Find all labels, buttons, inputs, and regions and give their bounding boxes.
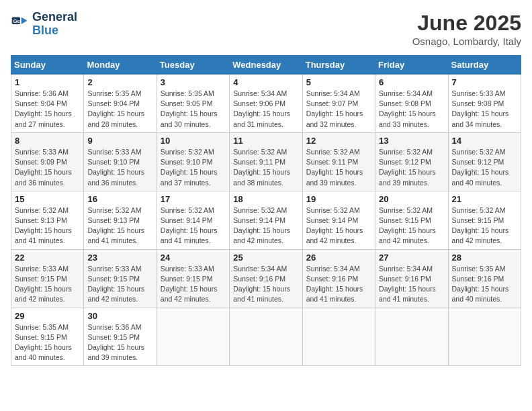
day-detail: Sunrise: 5:32 AM Sunset: 9:15 PM Dayligh… [452, 205, 517, 246]
day-number: 5 [306, 77, 371, 87]
day-number: 24 [161, 253, 226, 263]
day-number: 12 [306, 136, 371, 146]
logo-general: General [32, 10, 77, 24]
col-saturday: Saturday [448, 56, 521, 75]
day-number: 25 [233, 253, 298, 263]
month-title: June 2025 [412, 11, 521, 36]
day-number: 30 [87, 311, 152, 321]
day-detail: Sunrise: 5:32 AM Sunset: 9:11 PM Dayligh… [306, 147, 371, 188]
day-number: 3 [161, 77, 226, 87]
table-row [302, 308, 375, 366]
day-detail: Sunrise: 5:36 AM Sunset: 9:15 PM Dayligh… [87, 322, 152, 363]
table-row: 3 Sunrise: 5:35 AM Sunset: 9:05 PM Dayli… [157, 75, 229, 133]
day-detail: Sunrise: 5:33 AM Sunset: 9:09 PM Dayligh… [15, 147, 80, 188]
table-row: 18 Sunrise: 5:32 AM Sunset: 9:14 PM Dayl… [230, 191, 302, 249]
day-detail: Sunrise: 5:35 AM Sunset: 9:16 PM Dayligh… [452, 264, 517, 305]
day-number: 13 [379, 136, 444, 146]
day-detail: Sunrise: 5:35 AM Sunset: 9:05 PM Dayligh… [161, 89, 226, 130]
day-detail: Sunrise: 5:35 AM Sunset: 9:04 PM Dayligh… [87, 89, 152, 130]
day-number: 27 [379, 253, 444, 263]
table-row: 25 Sunrise: 5:34 AM Sunset: 9:16 PM Dayl… [230, 249, 302, 308]
table-row: 29 Sunrise: 5:35 AM Sunset: 9:15 PM Dayl… [11, 308, 84, 366]
day-detail: Sunrise: 5:32 AM Sunset: 9:14 PM Dayligh… [161, 205, 226, 246]
table-row: 21 Sunrise: 5:32 AM Sunset: 9:15 PM Dayl… [448, 191, 521, 249]
day-detail: Sunrise: 5:33 AM Sunset: 9:15 PM Dayligh… [15, 264, 80, 305]
table-row: 13 Sunrise: 5:32 AM Sunset: 9:12 PM Dayl… [375, 132, 448, 191]
day-detail: Sunrise: 5:33 AM Sunset: 9:08 PM Dayligh… [452, 89, 517, 130]
day-number: 10 [161, 136, 226, 146]
table-row: 1 Sunrise: 5:36 AM Sunset: 9:04 PM Dayli… [11, 75, 84, 133]
table-row: 8 Sunrise: 5:33 AM Sunset: 9:09 PM Dayli… [11, 132, 84, 191]
day-detail: Sunrise: 5:32 AM Sunset: 9:13 PM Dayligh… [15, 205, 80, 246]
svg-marker-2 [21, 17, 28, 24]
day-detail: Sunrise: 5:32 AM Sunset: 9:10 PM Dayligh… [161, 147, 226, 188]
table-row: 12 Sunrise: 5:32 AM Sunset: 9:11 PM Dayl… [302, 132, 375, 191]
table-row [157, 308, 229, 366]
calendar-header-row: Sunday Monday Tuesday Wednesday Thursday… [11, 56, 521, 75]
table-row: 11 Sunrise: 5:32 AM Sunset: 9:11 PM Dayl… [230, 132, 302, 191]
day-detail: Sunrise: 5:36 AM Sunset: 9:04 PM Dayligh… [15, 89, 80, 130]
table-row: 28 Sunrise: 5:35 AM Sunset: 9:16 PM Dayl… [448, 249, 521, 308]
day-number: 20 [379, 194, 444, 204]
logo-blue: Blue [32, 24, 58, 37]
logo-icon: Gen [11, 15, 30, 34]
page-header: Gen General Blue June 2025 Osnago, Lomba… [11, 11, 521, 47]
day-detail: Sunrise: 5:35 AM Sunset: 9:15 PM Dayligh… [15, 322, 80, 363]
table-row: 10 Sunrise: 5:32 AM Sunset: 9:10 PM Dayl… [157, 132, 229, 191]
day-detail: Sunrise: 5:32 AM Sunset: 9:11 PM Dayligh… [233, 147, 298, 188]
day-detail: Sunrise: 5:34 AM Sunset: 9:07 PM Dayligh… [306, 89, 371, 130]
table-row: 16 Sunrise: 5:32 AM Sunset: 9:13 PM Dayl… [84, 191, 157, 249]
day-detail: Sunrise: 5:32 AM Sunset: 9:13 PM Dayligh… [87, 205, 152, 246]
calendar-week-row: 15 Sunrise: 5:32 AM Sunset: 9:13 PM Dayl… [11, 191, 521, 249]
day-number: 1 [15, 77, 80, 87]
day-number: 7 [452, 77, 517, 87]
day-detail: Sunrise: 5:34 AM Sunset: 9:06 PM Dayligh… [233, 89, 298, 130]
day-detail: Sunrise: 5:33 AM Sunset: 9:15 PM Dayligh… [87, 264, 152, 305]
table-row: 22 Sunrise: 5:33 AM Sunset: 9:15 PM Dayl… [11, 249, 84, 308]
col-friday: Friday [375, 56, 448, 75]
table-row: 2 Sunrise: 5:35 AM Sunset: 9:04 PM Dayli… [84, 75, 157, 133]
table-row: 14 Sunrise: 5:32 AM Sunset: 9:12 PM Dayl… [448, 132, 521, 191]
table-row: 30 Sunrise: 5:36 AM Sunset: 9:15 PM Dayl… [84, 308, 157, 366]
col-tuesday: Tuesday [157, 56, 229, 75]
location: Osnago, Lombardy, Italy [412, 36, 521, 47]
day-number: 23 [87, 253, 152, 263]
table-row: 26 Sunrise: 5:34 AM Sunset: 9:16 PM Dayl… [302, 249, 375, 308]
day-detail: Sunrise: 5:33 AM Sunset: 9:10 PM Dayligh… [87, 147, 152, 188]
day-detail: Sunrise: 5:32 AM Sunset: 9:14 PM Dayligh… [233, 205, 298, 246]
day-number: 19 [306, 194, 371, 204]
calendar-table: Sunday Monday Tuesday Wednesday Thursday… [11, 55, 521, 366]
day-detail: Sunrise: 5:32 AM Sunset: 9:15 PM Dayligh… [379, 205, 444, 246]
title-area: June 2025 Osnago, Lombardy, Italy [412, 11, 521, 47]
col-thursday: Thursday [302, 56, 375, 75]
day-number: 21 [452, 194, 517, 204]
day-detail: Sunrise: 5:34 AM Sunset: 9:16 PM Dayligh… [233, 264, 298, 305]
day-number: 17 [161, 194, 226, 204]
col-monday: Monday [84, 56, 157, 75]
day-number: 14 [452, 136, 517, 146]
table-row [230, 308, 302, 366]
day-number: 8 [15, 136, 80, 146]
table-row: 19 Sunrise: 5:32 AM Sunset: 9:14 PM Dayl… [302, 191, 375, 249]
day-detail: Sunrise: 5:32 AM Sunset: 9:12 PM Dayligh… [379, 147, 444, 188]
table-row: 23 Sunrise: 5:33 AM Sunset: 9:15 PM Dayl… [84, 249, 157, 308]
day-number: 2 [87, 77, 152, 87]
day-number: 6 [379, 77, 444, 87]
table-row [375, 308, 448, 366]
day-number: 15 [15, 194, 80, 204]
table-row: 17 Sunrise: 5:32 AM Sunset: 9:14 PM Dayl… [157, 191, 229, 249]
col-wednesday: Wednesday [230, 56, 302, 75]
day-number: 11 [233, 136, 298, 146]
day-number: 26 [306, 253, 371, 263]
col-sunday: Sunday [11, 56, 84, 75]
table-row [448, 308, 521, 366]
day-number: 18 [233, 194, 298, 204]
day-detail: Sunrise: 5:34 AM Sunset: 9:08 PM Dayligh… [379, 89, 444, 130]
day-detail: Sunrise: 5:32 AM Sunset: 9:12 PM Dayligh… [452, 147, 517, 188]
table-row: 4 Sunrise: 5:34 AM Sunset: 9:06 PM Dayli… [230, 75, 302, 133]
calendar-week-row: 22 Sunrise: 5:33 AM Sunset: 9:15 PM Dayl… [11, 249, 521, 308]
table-row: 6 Sunrise: 5:34 AM Sunset: 9:08 PM Dayli… [375, 75, 448, 133]
day-detail: Sunrise: 5:33 AM Sunset: 9:15 PM Dayligh… [161, 264, 226, 305]
day-number: 4 [233, 77, 298, 87]
table-row: 27 Sunrise: 5:34 AM Sunset: 9:16 PM Dayl… [375, 249, 448, 308]
